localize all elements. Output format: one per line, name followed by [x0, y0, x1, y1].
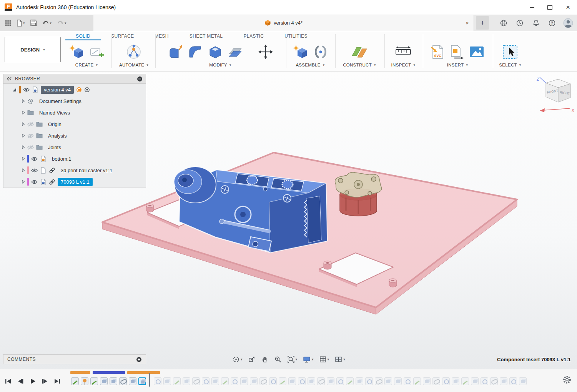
- timeline-group-bar-orange[interactable]: [127, 371, 160, 374]
- browser-item-label[interactable]: Analysis: [45, 132, 70, 140]
- timeline-feature[interactable]: [221, 377, 229, 385]
- timeline-feature[interactable]: [192, 377, 200, 385]
- timeline-group-bar-blue[interactable]: [93, 371, 125, 374]
- timeline-feature[interactable]: [365, 377, 373, 385]
- document-tab[interactable]: version 4 v4* ×: [93, 15, 474, 31]
- browser-item-document-settings[interactable]: Document Settings: [3, 95, 146, 107]
- browser-item-root[interactable]: version 4 v4: [3, 84, 146, 95]
- group-insert-menu[interactable]: INSERT▾: [447, 63, 468, 70]
- expander-icon[interactable]: [22, 111, 25, 115]
- timeline-feature[interactable]: [119, 377, 127, 385]
- browser-item-label[interactable]: Joints: [45, 143, 64, 151]
- timeline-feature[interactable]: [250, 377, 258, 385]
- automate-button[interactable]: [125, 44, 142, 60]
- activate-component-radio[interactable]: [84, 87, 90, 93]
- timeline-feature[interactable]: [149, 373, 150, 387]
- visibility-eye-icon[interactable]: [31, 179, 38, 184]
- timeline-feature[interactable]: [110, 377, 117, 385]
- close-button[interactable]: ×: [559, 0, 577, 15]
- add-comment-icon[interactable]: [136, 357, 142, 362]
- notifications-button[interactable]: [529, 17, 542, 30]
- help-button[interactable]: ?: [545, 17, 559, 30]
- create-solid-button[interactable]: [68, 44, 85, 60]
- collapse-all-icon[interactable]: [137, 76, 143, 82]
- browser-item-label[interactable]: bottom:1: [49, 155, 75, 163]
- timeline-feature[interactable]: [129, 377, 136, 385]
- timeline-feature[interactable]: [519, 377, 527, 385]
- tab-utilities[interactable]: UTILITIES: [274, 32, 318, 40]
- job-status-button[interactable]: [513, 17, 526, 30]
- timeline-feature[interactable]: [298, 377, 306, 385]
- browser-item-ball-caster[interactable]: 3d print ball caster v1:1: [3, 164, 146, 176]
- expander-icon[interactable]: [22, 168, 25, 172]
- timeline-feature[interactable]: [375, 377, 382, 385]
- redo-button[interactable]: ▾: [55, 17, 68, 30]
- group-construct-menu[interactable]: CONSTRUCT▾: [343, 63, 376, 70]
- timeline-feature[interactable]: [500, 377, 507, 385]
- timeline-feature[interactable]: [259, 377, 267, 385]
- tab-surface[interactable]: SURFACE: [101, 32, 144, 40]
- timeline-feature[interactable]: [394, 377, 402, 385]
- timeline-feature[interactable]: [452, 377, 459, 385]
- browser-item-origin[interactable]: Origin: [3, 118, 146, 130]
- save-button[interactable]: [28, 17, 39, 30]
- view-cube[interactable]: Z FRONT RIGHT X: [534, 76, 577, 116]
- insert-image-button[interactable]: [469, 45, 484, 59]
- shell-button[interactable]: [208, 45, 223, 59]
- expander-icon[interactable]: [22, 99, 25, 103]
- timeline-settings-button[interactable]: [562, 375, 572, 385]
- insert-svg-button[interactable]: SVG: [431, 44, 445, 60]
- timeline-step-back-button[interactable]: [16, 377, 25, 385]
- timeline-feature[interactable]: [423, 377, 431, 385]
- timeline-play-button[interactable]: [28, 377, 37, 385]
- expander-icon[interactable]: [22, 180, 25, 184]
- joint-button[interactable]: [313, 44, 328, 60]
- expander-open-icon[interactable]: [13, 88, 16, 91]
- browser-item-label[interactable]: version 4 v4: [41, 86, 74, 94]
- minimize-button[interactable]: [523, 0, 541, 15]
- visibility-eye-icon[interactable]: [31, 156, 38, 161]
- timeline-go-end-button[interactable]: [53, 377, 62, 385]
- timeline-feature[interactable]: [404, 377, 411, 385]
- timeline-feature[interactable]: [183, 377, 190, 385]
- browser-item-label[interactable]: Document Settings: [36, 97, 85, 105]
- group-modify-menu[interactable]: MODIFY▾: [209, 63, 231, 70]
- browser-item-label[interactable]: Named Views: [36, 109, 73, 117]
- timeline-feature[interactable]: [461, 377, 469, 385]
- browser-item-label[interactable]: 70093 L v1:1: [58, 178, 93, 186]
- timeline-feature[interactable]: [100, 377, 108, 385]
- new-tab-button[interactable]: +: [476, 16, 489, 30]
- timeline-feature[interactable]: [211, 377, 219, 385]
- orbit-button[interactable]: ▾: [231, 354, 244, 364]
- profile-button[interactable]: [562, 17, 575, 30]
- split-body-button[interactable]: [228, 45, 244, 59]
- browser-item-analysis[interactable]: Analysis: [3, 130, 146, 141]
- select-button[interactable]: [502, 44, 518, 60]
- timeline-feature[interactable]: [384, 377, 392, 385]
- visibility-eye-icon[interactable]: [23, 87, 30, 92]
- group-automate-menu[interactable]: AUTOMATE▾: [119, 63, 148, 70]
- timeline-feature[interactable]: [346, 377, 354, 385]
- visibility-off-icon[interactable]: [27, 122, 34, 127]
- timeline-feature[interactable]: [240, 377, 248, 385]
- timeline-go-start-button[interactable]: [4, 377, 12, 385]
- viewports-button[interactable]: ▾: [333, 354, 347, 364]
- timeline-feature[interactable]: [71, 377, 79, 385]
- comments-bar[interactable]: COMMENTS: [3, 354, 146, 364]
- group-select-menu[interactable]: SELECT▾: [499, 63, 521, 70]
- timeline-feature[interactable]: [356, 377, 363, 385]
- extensions-button[interactable]: [497, 17, 510, 30]
- expander-icon[interactable]: [22, 134, 25, 138]
- collapse-panel-icon[interactable]: [7, 77, 12, 81]
- timeline-feature[interactable]: [288, 377, 296, 385]
- timeline-feature[interactable]: [336, 377, 344, 385]
- group-assemble-menu[interactable]: ASSEMBLE▾: [296, 63, 324, 70]
- expander-icon[interactable]: [22, 157, 25, 161]
- tab-sheet-metal[interactable]: SHEET METAL: [179, 32, 233, 40]
- timeline-feature[interactable]: [163, 377, 171, 385]
- grid-settings-button[interactable]: ▾: [318, 354, 331, 364]
- timeline-feature[interactable]: [269, 377, 277, 385]
- browser-item-70093[interactable]: 70093 L v1:1: [3, 176, 146, 188]
- fillet-button[interactable]: [188, 45, 203, 59]
- timeline-feature[interactable]: [327, 377, 334, 385]
